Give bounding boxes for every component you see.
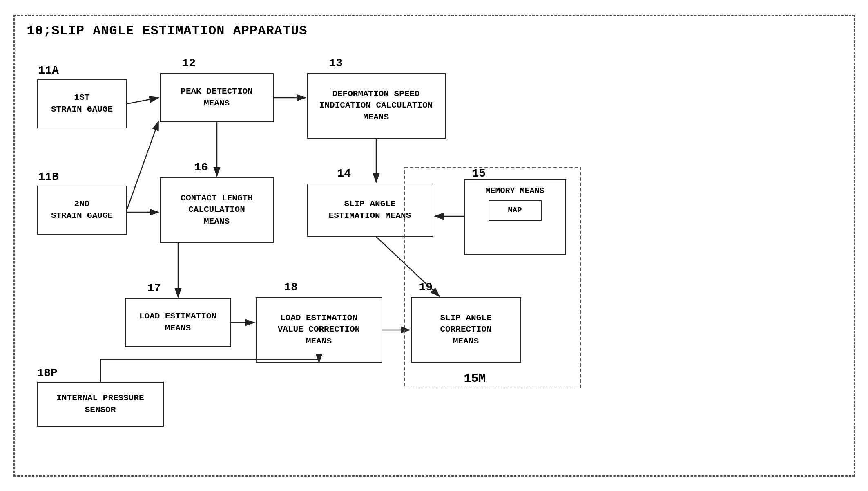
ref-13: 13 <box>329 57 343 70</box>
ref-15M: 15M <box>464 372 486 386</box>
block-15: MEMORY MEANS MAP <box>464 179 566 255</box>
block-15-map: MAP <box>489 200 542 221</box>
ref-16: 16 <box>194 161 208 174</box>
block-11B: 2ND STRAIN GAUGE <box>37 186 127 235</box>
ref-19: 19 <box>419 281 433 294</box>
diagram-container: 10;SLIP ANGLE ESTIMATION APPARATUS 11A 1… <box>13 15 855 477</box>
block-18P: INTERNAL PRESSURE SENSOR <box>37 382 164 427</box>
ref-17: 17 <box>147 282 161 294</box>
block-12: PEAK DETECTION MEANS <box>160 73 274 122</box>
block-18: LOAD ESTIMATION VALUE CORRECTION MEANS <box>256 297 382 363</box>
ref-15: 15 <box>472 167 486 180</box>
svg-line-2 <box>127 121 158 209</box>
ref-11A: 11A <box>38 64 59 77</box>
ref-11B: 11B <box>38 170 59 183</box>
block-14: SLIP ANGLE ESTIMATION MEANS <box>307 184 433 237</box>
ref-14: 14 <box>337 167 351 180</box>
ref-12: 12 <box>182 57 196 70</box>
block-13: DEFORMATION SPEED INDICATION CALCULATION… <box>307 73 446 139</box>
ref-18P: 18P <box>37 367 58 379</box>
block-17: LOAD ESTIMATION MEANS <box>125 298 231 347</box>
svg-line-1 <box>127 98 158 104</box>
block-16: CONTACT LENGTH CALCULATION MEANS <box>160 177 274 243</box>
ref-18: 18 <box>284 281 298 294</box>
block-11A: 1ST STRAIN GAUGE <box>37 79 127 128</box>
block-19: SLIP ANGLE CORRECTION MEANS <box>411 297 521 363</box>
diagram-title: 10;SLIP ANGLE ESTIMATION APPARATUS <box>27 23 308 38</box>
